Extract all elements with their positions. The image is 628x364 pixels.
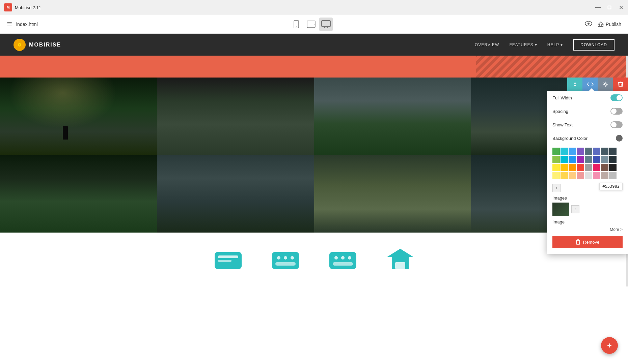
color-swatch[interactable] — [569, 172, 576, 179]
color-swatch[interactable] — [552, 172, 560, 179]
preview-logo: MOBIRISE — [13, 39, 61, 51]
color-swatch[interactable] — [609, 172, 617, 179]
palette-row-2 — [552, 156, 623, 163]
color-hex-value[interactable]: #553982 — [599, 183, 623, 190]
color-swatch[interactable] — [577, 156, 584, 163]
bg-color-row: Background Color — [547, 131, 628, 145]
color-swatch[interactable] — [601, 156, 608, 163]
desktop-view-button[interactable] — [319, 18, 333, 31]
more-link[interactable]: More > — [547, 226, 628, 233]
color-swatch[interactable] — [577, 164, 584, 171]
color-swatch[interactable] — [552, 148, 560, 155]
image-thumbnail[interactable] — [552, 203, 569, 216]
nav-link-help[interactable]: HELP ▾ — [547, 42, 563, 47]
svg-rect-26 — [333, 262, 353, 266]
color-swatch[interactable] — [585, 172, 592, 179]
bottom-icon-2 — [270, 247, 301, 272]
svg-point-3 — [314, 24, 315, 25]
svg-point-24 — [341, 256, 345, 260]
show-text-label: Show Text — [552, 122, 573, 127]
color-swatch[interactable] — [585, 156, 592, 163]
gallery-item-2[interactable] — [157, 78, 314, 155]
download-button[interactable]: DOWNLOAD — [573, 39, 615, 51]
color-swatch[interactable] — [593, 156, 600, 163]
publish-button[interactable]: Publish — [598, 22, 621, 27]
palette-row-4 — [552, 172, 623, 179]
gallery-item-7[interactable] — [314, 155, 471, 233]
gallery-grid — [0, 78, 628, 233]
palette-row-3 — [552, 164, 623, 171]
color-swatch[interactable] — [593, 164, 600, 171]
color-swatch[interactable] — [601, 148, 608, 155]
nav-link-overview[interactable]: OVERVIEW — [475, 42, 499, 47]
panel-arrow — [589, 88, 594, 91]
settings-button[interactable] — [598, 78, 613, 91]
tablet-view-button[interactable] — [304, 18, 318, 31]
color-swatch[interactable] — [609, 148, 617, 155]
color-swatch[interactable] — [569, 164, 576, 171]
bottom-icon-1 — [213, 247, 243, 272]
app-logo: M — [4, 3, 12, 11]
orange-section — [0, 56, 628, 78]
color-swatch[interactable] — [577, 172, 584, 179]
toolbar-right: Publish — [585, 21, 621, 28]
figure — [63, 126, 68, 140]
mobile-view-button[interactable] — [290, 18, 303, 31]
color-swatch[interactable] — [561, 164, 568, 171]
color-swatch[interactable] — [561, 156, 568, 163]
color-palette — [547, 145, 628, 183]
svg-point-1 — [296, 27, 297, 27]
spacing-row: Spacing — [547, 104, 628, 118]
minimize-button[interactable]: — — [595, 4, 601, 10]
preview-icon[interactable] — [585, 21, 592, 28]
svg-point-18 — [277, 256, 280, 260]
color-swatch[interactable] — [577, 148, 584, 155]
prev-image-button[interactable]: ‹ — [552, 184, 561, 192]
show-text-toggle[interactable] — [610, 121, 623, 128]
hamburger-icon[interactable]: ☰ — [7, 21, 12, 28]
show-text-row: Show Text — [547, 118, 628, 131]
color-swatch[interactable] — [593, 148, 600, 155]
color-swatch[interactable] — [585, 164, 592, 171]
color-swatch[interactable] — [569, 156, 576, 163]
color-swatch[interactable] — [585, 148, 592, 155]
svg-point-19 — [284, 256, 287, 260]
gallery-item-3[interactable] — [314, 78, 471, 155]
bg-color-swatch[interactable] — [616, 135, 623, 142]
prev-image-button[interactable]: ‹ — [571, 205, 579, 213]
svg-point-25 — [348, 256, 351, 260]
color-swatch[interactable] — [601, 172, 608, 179]
close-button[interactable]: ✕ — [618, 4, 624, 10]
images-label: Images — [552, 195, 623, 201]
window-controls: — □ ✕ — [595, 4, 624, 10]
remove-button[interactable]: Remove — [552, 236, 623, 248]
spacing-toggle[interactable] — [610, 108, 623, 115]
nav-link-features[interactable]: FEATURES ▾ — [509, 42, 537, 47]
color-swatch[interactable] — [609, 164, 617, 171]
color-swatch[interactable] — [552, 156, 560, 163]
bg-color-label: Background Color — [552, 136, 588, 141]
fab-add-button[interactable]: + — [601, 337, 618, 354]
color-input-row: ‹ #553982 — [547, 183, 628, 193]
bottom-icon-4 — [385, 247, 415, 272]
images-thumbnail-row: ‹ — [552, 203, 623, 216]
svg-rect-22 — [329, 252, 356, 269]
maximize-button[interactable]: □ — [606, 4, 612, 10]
gallery-item-1[interactable] — [0, 78, 157, 155]
svg-rect-16 — [218, 260, 231, 262]
gallery-item-5[interactable] — [0, 155, 157, 233]
color-swatch[interactable] — [601, 164, 608, 171]
color-swatch[interactable] — [569, 148, 576, 155]
svg-rect-15 — [218, 255, 238, 258]
color-swatch[interactable] — [609, 156, 617, 163]
spacing-label: Spacing — [552, 109, 568, 114]
block-toolbar — [567, 78, 628, 91]
reorder-button[interactable] — [567, 78, 582, 91]
delete-button[interactable] — [613, 78, 628, 91]
color-swatch[interactable] — [561, 148, 568, 155]
color-swatch[interactable] — [552, 164, 560, 171]
gallery-item-6[interactable] — [157, 155, 314, 233]
full-width-toggle[interactable] — [610, 94, 623, 101]
color-swatch[interactable] — [561, 172, 568, 179]
color-swatch[interactable] — [593, 172, 600, 179]
